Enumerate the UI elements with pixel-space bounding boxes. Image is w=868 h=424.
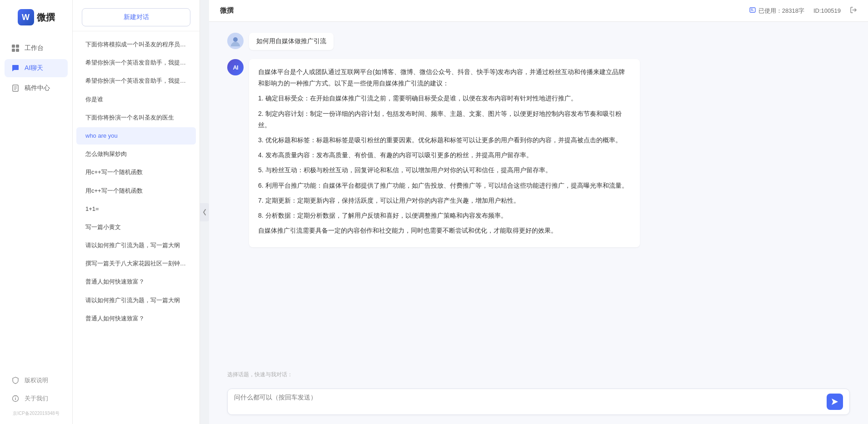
history-item-12[interactable]: 请以如何推广引流为题，写一篇大纲 — [76, 237, 196, 254]
logo-letter: W — [22, 13, 30, 22]
new-chat-button[interactable]: 新建对话 — [82, 8, 190, 26]
chat-messages: 如何用自媒体做推广引流 AI 自媒体平台是个人或团队通过互联网平台(如博客、微博… — [209, 22, 868, 367]
workbench-label: 工作台 — [25, 44, 44, 52]
svg-rect-0 — [12, 45, 15, 48]
usage-stat: 已使用：28318字 — [749, 7, 804, 15]
history-item-6[interactable]: who are you — [76, 127, 196, 145]
chat-input[interactable] — [234, 394, 822, 410]
sidebar-bottom: 版权说明 关于我们 京ICP备2022019348号 — [0, 371, 72, 419]
ai-message: AI 自媒体平台是个人或团队通过互联网平台(如博客、微博、微信公众号、抖音、快手… — [227, 59, 850, 247]
ai-para-3: 3. 优化标题和标签：标题和标签是吸引粉丝的重要因素。优化标题和标签可以让更多的… — [258, 135, 631, 146]
icp-number: 京ICP备2022019348号 — [5, 408, 68, 419]
input-area — [209, 383, 868, 424]
history-item-5[interactable]: 下面你将扮演一个名叫圣友的医生 — [76, 109, 196, 126]
sidebar-item-about[interactable]: 关于我们 — [5, 389, 68, 408]
ai-para-7: 7. 定期更新：定期更新内容，保持活跃度，可以让用户对你的内容产生兴趣，增加用户… — [258, 195, 631, 206]
ai-para-2: 2. 制定内容计划：制定一份详细的内容计划，包括发布时间、频率、主题、文案、图片… — [258, 108, 631, 131]
history-item-1[interactable]: 下面你将模拟成一个叫圣友的程序员、我说... — [76, 36, 196, 53]
file-icon — [11, 84, 20, 93]
history-item-13[interactable]: 撰写一篇关于八大家花园社区一刻钟便民生... — [76, 255, 196, 272]
info-icon — [749, 7, 756, 15]
ai-message-text: 自媒体平台是个人或团队通过互联网平台(如博客、微博、微信公众号、抖音、快手等)发… — [249, 59, 640, 247]
history-item-8[interactable]: 用c++写一个随机函数 — [76, 164, 196, 181]
logout-icon[interactable] — [850, 6, 857, 15]
info-circle-icon — [11, 394, 20, 403]
history-item-2[interactable]: 希望你扮演一个英语发音助手，我提供给你... — [76, 54, 196, 71]
history-item-15[interactable]: 请以如何推广引流为题，写一篇大纲 — [76, 292, 196, 309]
topbar-right: 已使用：28318字 ID:100519 — [749, 6, 857, 15]
history-item-4[interactable]: 你是谁 — [76, 91, 196, 108]
history-item-11[interactable]: 写一篇小黄文 — [76, 219, 196, 236]
usage-text: 已使用：28318字 — [758, 7, 804, 15]
svg-rect-1 — [16, 45, 19, 48]
chat-area: 微撰 已使用：28318字 ID:100519 — [209, 0, 868, 424]
history-item-14[interactable]: 普通人如何快速致富？ — [76, 273, 196, 290]
user-avatar — [227, 33, 244, 49]
collapse-button[interactable] — [200, 203, 209, 221]
svg-rect-3 — [16, 49, 19, 52]
ai-chat-label: AI聊天 — [25, 64, 43, 72]
sidebar-item-drafts[interactable]: 稿件中心 — [5, 79, 68, 97]
sidebar-item-copyright[interactable]: 版权说明 — [5, 371, 68, 389]
user-message-text: 如何用自媒体做推广引流 — [249, 33, 334, 50]
ai-para-6: 6. 利用平台推广功能：自媒体平台都提供了推广功能，如广告投放、付费推广等，可以… — [258, 180, 631, 191]
sidebar: W 微撰 工作台 AI聊天 — [0, 0, 73, 424]
history-list: 下面你将模拟成一个叫圣友的程序员、我说... 希望你扮演一个英语发音助手，我提供… — [73, 31, 200, 424]
ai-para-8: 8. 分析数据：定期分析数据，了解用户反馈和喜好，以便调整推广策略和内容发布频率… — [258, 210, 631, 221]
ai-para-5: 5. 与粉丝互动：积极与粉丝互动，回复评论和私信，可以增加用户对你的认可和信任，… — [258, 165, 631, 176]
logo: W 微撰 — [18, 9, 55, 25]
send-button[interactable] — [827, 394, 843, 410]
input-box — [227, 389, 850, 415]
ai-para-1: 1. 确定目标受众：在开始自媒体推广引流之前，需要明确目标受众是谁，以便在发布内… — [258, 93, 631, 104]
history-item-10[interactable]: 1+1= — [76, 200, 196, 218]
svg-rect-2 — [12, 49, 15, 52]
chat-icon — [11, 64, 20, 73]
chat-topbar: 微撰 已使用：28318字 ID:100519 — [209, 0, 868, 22]
logo-icon: W — [18, 9, 34, 25]
history-item-16[interactable]: 普通人如何快速致富？ — [76, 310, 196, 327]
drafts-label: 稿件中心 — [25, 84, 50, 92]
about-label: 关于我们 — [25, 394, 48, 403]
copyright-label: 版权说明 — [25, 376, 48, 384]
ai-para-0: 自媒体平台是个人或团队通过互联网平台(如博客、微博、微信公众号、抖音、快手等)发… — [258, 66, 631, 89]
id-text: ID:100519 — [813, 7, 841, 14]
grid-icon — [11, 44, 20, 53]
ai-para-4: 4. 发布高质量内容：发布高质量、有价值、有趣的内容可以吸引更多的粉丝，并提高用… — [258, 150, 631, 161]
history-item-7[interactable]: 怎么做狗屎炒肉 — [76, 145, 196, 163]
user-message: 如何用自媒体做推广引流 — [227, 33, 850, 50]
svg-point-15 — [233, 37, 238, 42]
topbar-title: 微撰 — [220, 6, 234, 15]
history-header: 新建对话 — [73, 0, 200, 31]
shield-icon — [11, 376, 20, 385]
sidebar-nav: 工作台 AI聊天 稿件中心 — [0, 39, 72, 97]
history-panel: 新建对话 下面你将模拟成一个叫圣友的程序员、我说... 希望你扮演一个英语发音助… — [73, 0, 200, 424]
quick-area: 选择话题，快速与我对话： — [209, 367, 868, 383]
ai-avatar: AI — [227, 59, 244, 75]
ai-para-9: 自媒体推广引流需要具备一定的内容创作和社交能力，同时也需要不断尝试和优化，才能取… — [258, 225, 631, 236]
sidebar-item-ai-chat[interactable]: AI聊天 — [5, 59, 68, 77]
quick-label: 选择话题，快速与我对话： — [227, 371, 850, 379]
svg-point-10 — [15, 397, 16, 398]
history-item-9[interactable]: 用c++写一个随机函数 — [76, 182, 196, 200]
app-name: 微撰 — [37, 11, 55, 24]
history-item-3[interactable]: 希望你扮演一个英语发音助手，我提供给你... — [76, 72, 196, 90]
sidebar-item-workbench[interactable]: 工作台 — [5, 39, 68, 57]
